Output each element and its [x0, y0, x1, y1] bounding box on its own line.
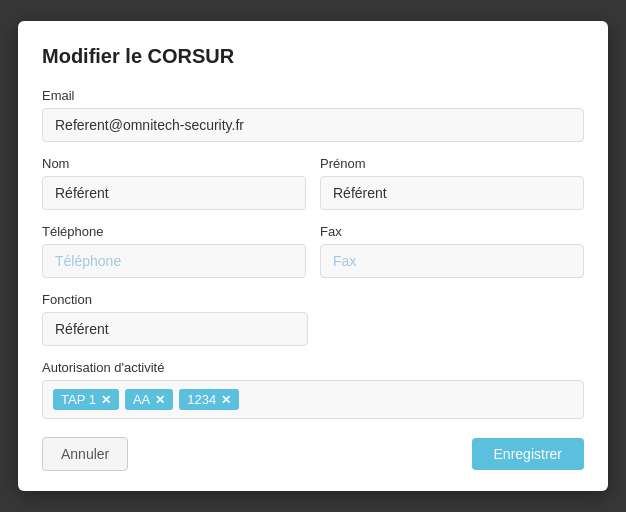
tag-tap1: TAP 1 ✕ [53, 389, 119, 410]
fax-label: Fax [320, 224, 584, 239]
prenom-label: Prénom [320, 156, 584, 171]
tag-aa-remove[interactable]: ✕ [155, 394, 165, 406]
tag-tap1-label: TAP 1 [61, 392, 96, 407]
fonction-group: Fonction [42, 292, 584, 346]
fax-field[interactable] [320, 244, 584, 278]
modal-title: Modifier le CORSUR [42, 45, 584, 68]
email-group: Email [42, 88, 584, 142]
tag-1234-label: 1234 [187, 392, 216, 407]
save-button[interactable]: Enregistrer [472, 438, 584, 470]
tag-aa: AA ✕ [125, 389, 173, 410]
nom-prenom-row: Nom Prénom [42, 156, 584, 210]
telephone-field[interactable] [42, 244, 306, 278]
tag-1234: 1234 ✕ [179, 389, 239, 410]
telephone-group: Téléphone [42, 224, 306, 278]
telephone-label: Téléphone [42, 224, 306, 239]
tag-tap1-remove[interactable]: ✕ [101, 394, 111, 406]
fonction-field[interactable] [42, 312, 308, 346]
nom-field[interactable] [42, 176, 306, 210]
cancel-button[interactable]: Annuler [42, 437, 128, 471]
email-label: Email [42, 88, 584, 103]
tel-fax-row: Téléphone Fax [42, 224, 584, 278]
tags-container[interactable]: TAP 1 ✕ AA ✕ 1234 ✕ [42, 380, 584, 419]
tag-1234-remove[interactable]: ✕ [221, 394, 231, 406]
modal-overlay: Modifier le CORSUR Email Nom Prénom Télé… [0, 0, 626, 512]
fax-group: Fax [320, 224, 584, 278]
email-field[interactable] [42, 108, 584, 142]
modal-dialog: Modifier le CORSUR Email Nom Prénom Télé… [18, 21, 608, 491]
prenom-field[interactable] [320, 176, 584, 210]
prenom-group: Prénom [320, 156, 584, 210]
autorisation-label: Autorisation d'activité [42, 360, 584, 375]
nom-label: Nom [42, 156, 306, 171]
fonction-label: Fonction [42, 292, 584, 307]
tag-aa-label: AA [133, 392, 150, 407]
modal-footer: Annuler Enregistrer [42, 437, 584, 471]
autorisation-group: Autorisation d'activité TAP 1 ✕ AA ✕ 123… [42, 360, 584, 419]
nom-group: Nom [42, 156, 306, 210]
